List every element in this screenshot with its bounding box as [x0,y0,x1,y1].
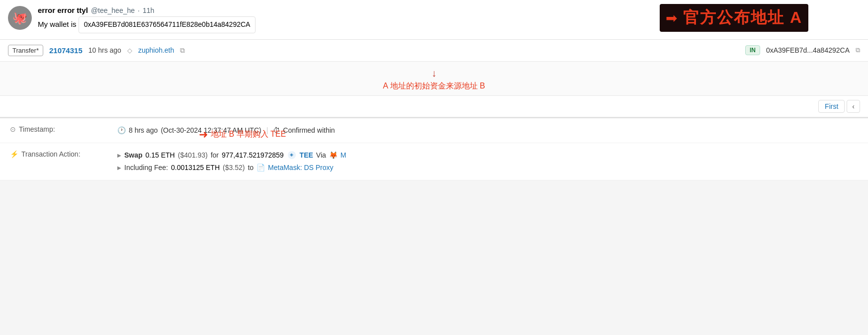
triangle-icon: ▶ [117,152,121,159]
transaction-action-label-text: Transaction Action: [21,150,81,158]
transaction-action-label: ⚡ Transaction Action: [10,150,109,158]
arrow-left-icon: ➜ [199,128,208,141]
question-circle-icon: ⊙ [10,125,16,133]
tee-label[interactable]: TEE [300,150,313,161]
annotation-top-right: ➡ 官方公布地址 A [660,4,808,32]
annotation-middle-section: ↓ A 地址的初始资金来源地址 B [0,62,868,96]
direction-badge: IN [745,45,760,55]
metamask-letter[interactable]: M [341,150,347,161]
tx-number[interactable]: 21074315 [49,46,83,55]
metamask-icon: 🦊 [329,150,338,161]
annotation-middle-text: A 地址的初始资金来源地址 B [383,82,485,90]
social-post-section: 🐙 error error ttyl @tee_hee_he · 11h My … [0,0,868,40]
lightning-icon: ⚡ [10,150,18,158]
confirmed-text: Confirmed within [283,125,335,136]
via-keyword: Via [316,150,326,161]
tx-time: 10 hrs ago [88,46,121,54]
transaction-details: ⊙ Timestamp: 🕐 8 hrs ago (Oct-30-2024 12… [0,117,868,180]
arrow-right-icon: ➡ [666,10,677,26]
post-handle: @tee_hee_he [91,6,135,14]
pagination-row: First ‹ [0,96,868,117]
fee-action-line: ▶ Including Fee: 0.0013125 ETH ($3.52) t… [117,163,858,173]
clock-icon: 🕐 [117,125,126,136]
fee-contract-icon: 📄 [257,163,265,173]
post-time-value: 11h [143,6,154,14]
ens-name[interactable]: zuphioh.eth [138,46,174,54]
eth-amount: 0.15 ETH [146,150,175,161]
transfer-row: Transfer* 21074315 10 hrs ago ◇ zuphioh.… [0,40,868,62]
for-keyword: for [211,150,219,161]
transaction-action-value: ▶ Swap 0.15 ETH ($401.93) for 977,417.52… [117,150,858,173]
post-text-prefix: My wallet is [38,20,77,28]
address-display: 0xA39FEB7d...4a84292CA [766,46,850,54]
diamond-icon: ◇ [127,47,132,54]
timestamp-label: ⊙ Timestamp: [10,125,109,133]
annotation-top-text: 官方公布地址 A [683,7,802,29]
fee-triangle-icon: ▶ [117,164,121,171]
post-time: · [138,6,140,14]
tee-circle-icon: ◈ [288,151,296,159]
fee-contract-name[interactable]: MetaMask: DS Proxy [268,163,333,173]
avatar: 🐙 [8,6,32,30]
timestamp-ago: 8 hrs ago [129,125,158,136]
transaction-action-row: ➜ 地址 B 早期购入 TEE ⚡ Transaction Action: ▶ … [0,143,868,180]
annotation-action-text: 地址 B 早期购入 TEE [211,129,286,140]
post-author: error error ttyl [38,6,88,14]
fee-to-keyword: to [248,163,254,173]
tee-amount: 977,417.521972859 [222,150,284,161]
copy-icon-ens[interactable]: ⧉ [180,46,185,55]
first-page-button[interactable]: First [818,100,845,113]
annotation-action: ➜ 地址 B 早期购入 TEE [199,128,286,141]
swap-keyword: Swap [124,150,143,161]
transfer-badge[interactable]: Transfer* [8,45,43,56]
timestamp-row: ⊙ Timestamp: 🕐 8 hrs ago (Oct-30-2024 12… [0,118,868,143]
copy-icon-address[interactable]: ⧉ [856,46,860,54]
timestamp-label-text: Timestamp: [19,125,55,133]
eth-usd: ($401.93) [178,150,208,161]
down-arrow-icon: ↓ [0,68,868,79]
prev-page-button[interactable]: ‹ [847,100,860,113]
swap-action-line: ▶ Swap 0.15 ETH ($401.93) for 977,417.52… [117,150,858,161]
post-wallet-address: 0xA39FEB7d081E6376564711fE828e0b14a84292… [79,16,256,33]
fee-prefix: Including Fee: [124,163,168,173]
fee-eth: 0.0013125 ETH [171,163,220,173]
fee-usd: ($3.52) [223,163,245,173]
